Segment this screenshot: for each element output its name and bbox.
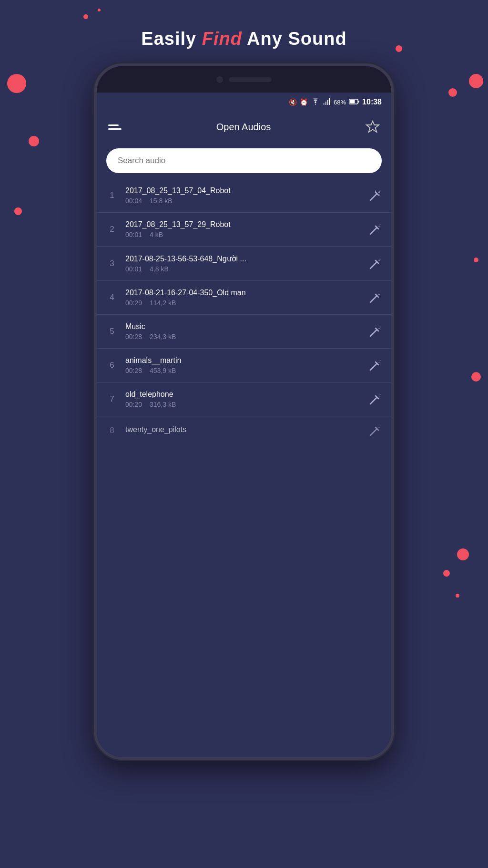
header-prefix: Easily — [141, 29, 202, 49]
item-duration-3: 00:01 — [125, 265, 142, 273]
alarm-icon: ⏰ — [300, 98, 308, 106]
svg-rect-5 — [350, 100, 355, 103]
svg-line-8 — [370, 194, 377, 200]
item-action-7[interactable]: + + — [368, 393, 382, 406]
item-meta-6: 00:28 453,9 kB — [125, 367, 361, 374]
item-name-5: Music — [125, 322, 361, 331]
item-action-8[interactable]: + — [368, 424, 382, 437]
audio-item-1[interactable]: 1 2017_08_25_13_57_04_Robot 00:04 15,8 k… — [97, 179, 391, 213]
audio-item-2[interactable]: 2 2017_08_25_13_57_29_Robot 00:01 4 kB +… — [97, 213, 391, 247]
search-container — [97, 143, 391, 179]
item-info-2: 2017_08_25_13_57_29_Robot 00:01 4 kB — [125, 220, 361, 238]
phone-top — [97, 66, 391, 93]
item-duration-6: 00:28 — [125, 367, 142, 374]
item-number-4: 4 — [106, 293, 118, 302]
svg-rect-0 — [323, 103, 325, 105]
dot-4 — [29, 136, 39, 146]
svg-rect-3 — [329, 98, 330, 105]
svg-text:+: + — [379, 325, 381, 328]
item-number-6: 6 — [106, 361, 118, 370]
phone-screen: 🔇 ⏰ — [97, 93, 391, 757]
wifi-icon — [311, 98, 320, 106]
item-number-8: 8 — [106, 426, 118, 435]
item-size-6: 453,9 kB — [150, 367, 176, 374]
item-number-3: 3 — [106, 259, 118, 269]
dot-10 — [471, 372, 481, 382]
app-bar: Open Audios — [97, 112, 391, 143]
item-action-3[interactable]: + + — [368, 257, 382, 270]
header-highlight: Find — [202, 29, 242, 49]
header-suffix: Any Sound — [242, 29, 347, 49]
dot-1 — [83, 14, 88, 19]
svg-line-27 — [370, 330, 377, 336]
svg-text:+: + — [379, 393, 381, 396]
item-action-1[interactable]: + + — [368, 189, 382, 202]
audio-item-8[interactable]: 8 twenty_one_pilots + — [97, 416, 391, 445]
dot-13 — [456, 594, 459, 598]
item-number-2: 2 — [106, 225, 118, 234]
item-info-1: 2017_08_25_13_57_04_Robot 00:04 15,8 kB — [125, 186, 361, 205]
item-size-4: 114,2 kB — [150, 299, 176, 307]
dot-6 — [448, 88, 457, 97]
item-action-6[interactable]: + + — [368, 359, 382, 372]
audio-item-5[interactable]: 5 Music 00:28 234,3 kB + + — [97, 315, 391, 349]
dot-11 — [457, 548, 469, 560]
item-duration-7: 00:20 — [125, 401, 142, 408]
item-action-4[interactable]: + + — [368, 291, 382, 304]
item-size-3: 4,8 kB — [150, 265, 169, 273]
svg-line-15 — [370, 227, 377, 234]
item-action-5[interactable]: + + — [368, 325, 382, 338]
item-info-4: 2017-08-21-16-27-04-350_Old man 00:29 11… — [125, 289, 361, 307]
item-size-5: 234,3 kB — [150, 333, 176, 341]
item-duration-1: 00:04 — [125, 197, 142, 205]
item-name-6: animals__martin — [125, 356, 361, 365]
app-bar-title: Open Audios — [216, 122, 271, 133]
status-icons: 🔇 ⏰ — [289, 98, 382, 106]
dot-8 — [14, 207, 22, 215]
item-name-7: old_telephone — [125, 390, 361, 399]
audio-item-7[interactable]: 7 old_telephone 00:20 316,3 kB + + — [97, 382, 391, 416]
item-duration-2: 00:01 — [125, 231, 142, 238]
item-duration-4: 00:29 — [125, 299, 142, 307]
dot-3 — [7, 74, 26, 93]
item-name-8: twenty_one_pilots — [125, 425, 361, 434]
mute-icon: 🔇 — [289, 98, 297, 106]
dot-9 — [474, 258, 478, 262]
audio-item-6[interactable]: 6 animals__martin 00:28 453,9 kB + + — [97, 349, 391, 382]
svg-text:+: + — [379, 291, 381, 294]
item-action-2[interactable]: + + — [368, 223, 382, 236]
item-name-4: 2017-08-21-16-27-04-350_Old man — [125, 289, 361, 297]
item-name-3: 2017-08-25-13-56-53-648_Người ... — [125, 254, 361, 263]
item-number-7: 7 — [106, 394, 118, 404]
battery-percent: 68% — [334, 99, 346, 106]
svg-text:+: + — [379, 258, 381, 260]
phone-frame: 🔇 ⏰ — [94, 63, 394, 760]
item-meta-1: 00:04 15,8 kB — [125, 197, 361, 205]
phone-speaker — [229, 77, 272, 82]
search-input[interactable] — [106, 148, 382, 173]
item-info-6: animals__martin 00:28 453,9 kB — [125, 356, 361, 374]
svg-line-35 — [370, 397, 377, 404]
page-header: Easily Find Any Sound — [141, 29, 346, 49]
item-duration-5: 00:28 — [125, 333, 142, 341]
item-name-1: 2017_08_25_13_57_04_Robot — [125, 186, 361, 195]
audio-item-4[interactable]: 4 2017-08-21-16-27-04-350_Old man 00:29 … — [97, 281, 391, 315]
svg-rect-6 — [358, 101, 359, 103]
svg-text:+: + — [379, 189, 381, 192]
item-meta-7: 00:20 316,3 kB — [125, 401, 361, 408]
audio-item-3[interactable]: 3 2017-08-25-13-56-53-648_Người ... 00:0… — [97, 247, 391, 281]
item-size-2: 4 kB — [150, 231, 163, 238]
svg-line-23 — [370, 296, 377, 302]
favorite-button[interactable] — [366, 120, 380, 135]
dot-7 — [396, 45, 402, 52]
menu-button[interactable] — [108, 124, 122, 130]
item-meta-3: 00:01 4,8 kB — [125, 265, 361, 273]
svg-marker-7 — [366, 121, 379, 132]
item-number-5: 5 — [106, 327, 118, 336]
svg-text:+: + — [378, 425, 380, 430]
dot-5 — [469, 74, 483, 88]
menu-line-2 — [108, 128, 122, 130]
svg-line-19 — [370, 262, 377, 269]
signal-icon — [323, 98, 331, 106]
item-number-1: 1 — [106, 191, 118, 200]
